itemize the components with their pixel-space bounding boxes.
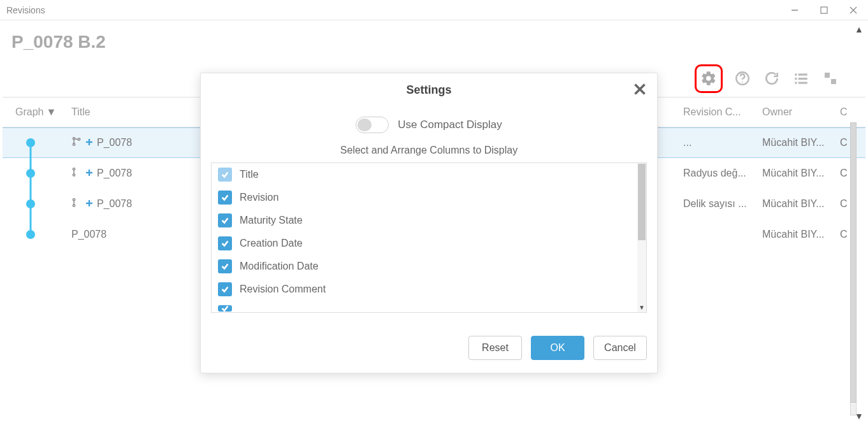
- checkbox-icon[interactable]: [218, 213, 232, 227]
- checkbox-icon[interactable]: [218, 259, 232, 273]
- svg-point-28: [73, 199, 75, 201]
- page-title: P_0078 B.2: [3, 20, 865, 60]
- column-option[interactable]: Creation Date: [212, 232, 646, 255]
- settings-button-highlight: [695, 64, 723, 93]
- svg-point-25: [73, 174, 75, 176]
- row-owner: Mücahit BIY...: [762, 168, 840, 179]
- column-option[interactable]: Revision Comment: [212, 278, 646, 301]
- svg-point-21: [78, 138, 80, 140]
- column-option-label: Modification Date: [240, 261, 319, 272]
- row-title: P_0078: [97, 168, 132, 179]
- svg-rect-11: [799, 82, 807, 83]
- column-option-label: Title: [240, 169, 259, 180]
- svg-rect-13: [831, 79, 836, 84]
- svg-rect-10: [795, 82, 797, 83]
- column-list: ▼ Title Revision Maturity State Creation…: [211, 162, 647, 313]
- plus-icon: [85, 137, 93, 148]
- checkbox-icon[interactable]: [218, 305, 232, 312]
- column-last-label[interactable]: C: [840, 106, 865, 118]
- column-revision-comment-label[interactable]: Revision C...: [683, 106, 762, 118]
- row-title: P_0078: [71, 229, 106, 240]
- list-icon[interactable]: [792, 69, 811, 88]
- ok-button[interactable]: OK: [531, 336, 584, 360]
- reset-button[interactable]: Reset: [468, 336, 522, 360]
- column-option-label: Revision: [240, 192, 278, 203]
- expand-icon[interactable]: [821, 69, 840, 88]
- window-close-button[interactable]: [839, 1, 868, 20]
- window-titlebar: Revisions: [0, 0, 868, 20]
- branch-icon: [71, 198, 82, 210]
- column-option[interactable]: [212, 301, 646, 312]
- branch-icon: [71, 167, 82, 180]
- svg-point-19: [73, 138, 75, 140]
- toggle-knob: [358, 119, 372, 131]
- column-option-label: Revision Comment: [240, 284, 326, 295]
- column-owner-label[interactable]: Owner: [762, 106, 840, 118]
- cancel-button[interactable]: Cancel: [593, 336, 647, 360]
- help-icon[interactable]: [733, 69, 752, 88]
- scrollbar-thumb[interactable]: [850, 122, 857, 403]
- svg-point-20: [73, 143, 75, 145]
- compact-display-label: Use Compact Display: [398, 119, 502, 131]
- sort-desc-icon[interactable]: ▼: [46, 106, 56, 118]
- plus-icon: [85, 198, 93, 210]
- svg-rect-9: [799, 78, 807, 80]
- scroll-down-icon[interactable]: ▼: [639, 304, 645, 311]
- column-graph-label[interactable]: Graph: [15, 106, 43, 118]
- column-option-label: Maturity State: [240, 215, 303, 226]
- svg-rect-12: [825, 73, 830, 78]
- modal-title: Settings: [406, 83, 451, 97]
- row-title: P_0078: [97, 137, 132, 148]
- svg-rect-1: [821, 7, 827, 13]
- svg-rect-6: [795, 73, 797, 75]
- window-maximize-button[interactable]: [809, 1, 839, 20]
- row-owner: Mücahit BIY...: [762, 198, 840, 210]
- compact-display-toggle[interactable]: [356, 117, 389, 133]
- row-title: P_0078: [97, 198, 132, 210]
- row-revision-comment: ...: [683, 137, 762, 148]
- plus-icon: [85, 168, 93, 179]
- column-option[interactable]: Modification Date: [212, 255, 646, 278]
- checkbox-icon[interactable]: [218, 282, 232, 296]
- checkbox-icon[interactable]: [218, 236, 232, 250]
- column-option[interactable]: Maturity State: [212, 209, 646, 232]
- svg-point-5: [742, 82, 743, 83]
- checkbox-icon[interactable]: [218, 191, 232, 205]
- row-owner: Mücahit BIY...: [762, 229, 840, 240]
- svg-point-29: [73, 205, 75, 206]
- window-minimize-button[interactable]: [780, 1, 809, 20]
- row-revision-comment: Delik sayısı ...: [683, 198, 762, 210]
- svg-rect-8: [795, 78, 797, 80]
- window-title: Revisions: [6, 5, 45, 15]
- checkbox-icon[interactable]: [218, 168, 232, 182]
- settings-modal: Settings Use Compact Display Select and …: [200, 73, 658, 373]
- column-option[interactable]: Revision: [212, 186, 646, 209]
- row-owner: Mücahit BIY...: [762, 137, 840, 148]
- refresh-icon[interactable]: [762, 69, 781, 88]
- svg-point-24: [73, 168, 75, 170]
- vertical-scrollbar[interactable]: [850, 122, 857, 415]
- gear-icon[interactable]: [699, 69, 718, 88]
- svg-rect-7: [799, 73, 807, 75]
- scrollbar-thumb[interactable]: [638, 164, 646, 240]
- column-option-label: Creation Date: [240, 238, 303, 249]
- branch-icon: [71, 136, 82, 149]
- column-option[interactable]: Title: [212, 163, 646, 186]
- close-icon[interactable]: [632, 81, 648, 97]
- row-revision-comment: Radyus değ...: [683, 168, 762, 179]
- scroll-up-arrow-icon[interactable]: ▲: [854, 24, 864, 34]
- column-list-scrollbar[interactable]: ▼: [637, 163, 646, 312]
- arrange-columns-label: Select and Arrange Columns to Display: [211, 145, 647, 162]
